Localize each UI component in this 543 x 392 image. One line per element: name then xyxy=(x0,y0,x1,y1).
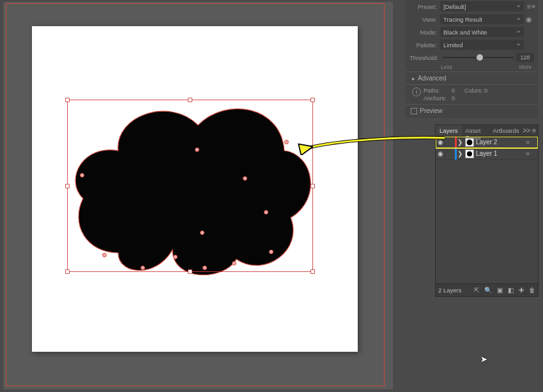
tab-asset-export[interactable]: Asset Expor xyxy=(462,125,489,136)
bbox-handle-tl[interactable] xyxy=(65,98,70,102)
panel-overflow-icon[interactable]: >> xyxy=(523,127,530,134)
layer-row[interactable]: ◉ ❯ Layer 1 ○ xyxy=(436,148,538,160)
locate-object-icon[interactable]: ⇱ xyxy=(474,287,479,294)
palette-label: Palette: xyxy=(409,41,440,49)
target-icon[interactable]: ○ xyxy=(524,150,532,157)
bbox-handle-bl[interactable] xyxy=(65,269,70,274)
anchor-point[interactable] xyxy=(284,140,289,144)
visibility-eye-icon[interactable]: ◉ xyxy=(436,150,446,157)
colors-label: Colors: xyxy=(464,87,483,94)
preview-checkbox[interactable] xyxy=(411,108,417,114)
threshold-value[interactable]: 128 xyxy=(516,53,534,62)
bbox-handle-mr[interactable] xyxy=(310,184,315,188)
canvas-viewport xyxy=(3,2,393,389)
anchor-point[interactable] xyxy=(195,147,199,152)
new-layer-icon[interactable]: ✚ xyxy=(519,287,524,294)
anchor-point[interactable] xyxy=(269,250,273,254)
anchor-point[interactable] xyxy=(243,176,247,181)
image-trace-panel: Preset: [Default] ≡ View: Tracing Result… xyxy=(406,0,538,118)
anchor-point[interactable] xyxy=(80,173,84,177)
layer-thumbnail xyxy=(465,138,474,147)
view-select[interactable]: Tracing Result xyxy=(440,14,524,24)
anchor-point[interactable] xyxy=(200,230,204,235)
mode-label: Mode: xyxy=(409,29,440,36)
tab-layers[interactable]: Layers xyxy=(436,125,462,136)
bbox-handle-bc[interactable] xyxy=(188,269,192,274)
delete-icon[interactable]: 🗑 xyxy=(529,287,535,294)
cloud-shape[interactable] xyxy=(67,90,316,275)
anchor-point[interactable] xyxy=(264,210,268,215)
view-eye-icon[interactable]: ◉ xyxy=(524,15,534,24)
advanced-toggle[interactable]: ▸ Advanced xyxy=(406,72,538,85)
anchor-point[interactable] xyxy=(102,253,107,257)
preview-checkbox-row[interactable]: Preview xyxy=(406,104,538,117)
threshold-slider[interactable] xyxy=(443,57,514,58)
preset-label: Preset: xyxy=(409,3,440,10)
selection-box xyxy=(67,100,313,272)
cursor-icon: ➤ xyxy=(480,354,487,364)
anchor-point[interactable] xyxy=(232,261,236,266)
artboard[interactable] xyxy=(32,26,358,352)
expand-arrow-icon[interactable]: ❯ xyxy=(457,139,463,146)
anchor-point[interactable] xyxy=(141,266,145,270)
bbox-handle-tr[interactable] xyxy=(310,98,315,102)
svg-point-3 xyxy=(467,151,472,156)
search-icon[interactable]: 🔍 xyxy=(484,287,492,294)
clipping-mask-icon[interactable]: ▣ xyxy=(497,287,503,294)
tab-artboards[interactable]: Artboards xyxy=(489,125,523,136)
new-sublayer-icon[interactable]: ◧ xyxy=(508,287,514,294)
layer-name[interactable]: Layer 1 xyxy=(476,150,524,157)
bbox-handle-ml[interactable] xyxy=(65,184,70,188)
svg-point-1 xyxy=(467,139,473,145)
view-label: View: xyxy=(409,16,440,23)
visibility-eye-icon[interactable]: ◉ xyxy=(436,139,446,146)
anchors-label: Anchors: xyxy=(424,95,452,102)
preset-select[interactable]: [Default] xyxy=(440,1,524,11)
chevron-right-icon: ▸ xyxy=(412,75,415,82)
anchor-point[interactable] xyxy=(203,266,207,270)
target-icon[interactable]: ○ xyxy=(524,139,532,146)
layers-panel: Layers Asset Expor Artboards >> ≡ ◉ ❯ La… xyxy=(436,125,538,296)
layer-thumbnail xyxy=(465,149,474,158)
expand-arrow-icon[interactable]: ❯ xyxy=(457,150,463,157)
bbox-handle-tc[interactable] xyxy=(188,98,192,102)
palette-select[interactable]: Limited xyxy=(440,40,524,50)
info-icon: i xyxy=(412,87,421,96)
mode-select[interactable]: Black and White xyxy=(440,27,524,37)
paths-label: Paths: xyxy=(424,87,452,94)
layer-name[interactable]: Layer 2 xyxy=(476,139,524,146)
layer-count: 2 Layers xyxy=(438,287,461,294)
threshold-high: More xyxy=(519,64,532,70)
bbox-handle-br[interactable] xyxy=(310,269,315,274)
threshold-label: Threshold: xyxy=(409,54,440,61)
anchor-point[interactable] xyxy=(173,255,178,259)
layer-row[interactable]: ◉ ❯ Layer 2 ○ xyxy=(436,137,538,148)
panel-menu-icon[interactable]: ≡ xyxy=(532,127,536,134)
panel-collapse-icon[interactable]: « xyxy=(532,2,535,10)
threshold-low: Less xyxy=(441,64,452,70)
